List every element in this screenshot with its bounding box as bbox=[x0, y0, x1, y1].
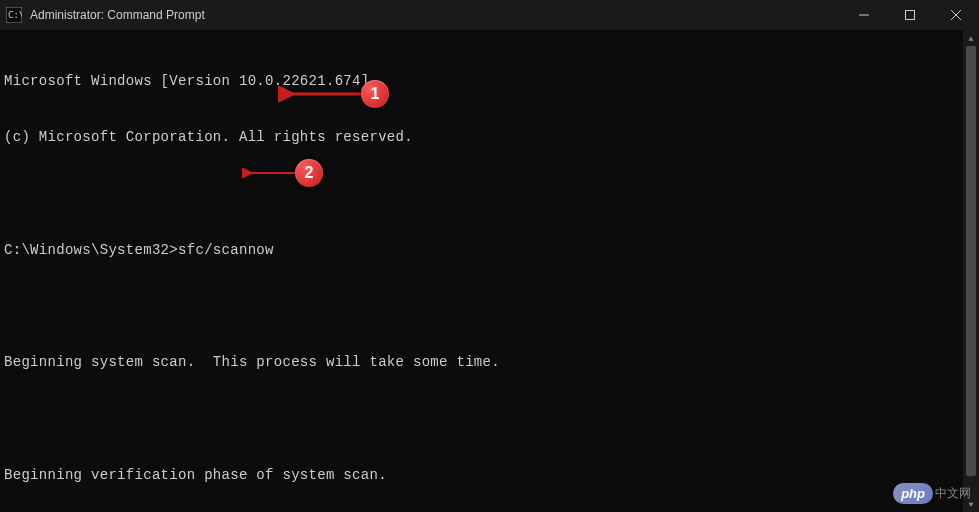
watermark-logo: php bbox=[893, 483, 933, 504]
output-line: (c) Microsoft Corporation. All rights re… bbox=[4, 128, 975, 147]
svg-rect-3 bbox=[906, 11, 915, 20]
arrow-icon bbox=[242, 165, 297, 181]
output-line bbox=[4, 185, 975, 203]
watermark-text: 中文网 bbox=[935, 485, 971, 502]
vertical-scrollbar[interactable]: ▲ ▼ bbox=[963, 30, 979, 512]
prompt: C:\Windows\System32> bbox=[4, 242, 178, 258]
annotation-arrow-1: 1 bbox=[278, 80, 389, 108]
window-title: Administrator: Command Prompt bbox=[30, 8, 205, 22]
terminal-output[interactable]: Microsoft Windows [Version 10.0.22621.67… bbox=[0, 30, 979, 512]
maximize-button[interactable] bbox=[887, 0, 933, 30]
output-line: Microsoft Windows [Version 10.0.22621.67… bbox=[4, 72, 975, 91]
titlebar: C:\ Administrator: Command Prompt bbox=[0, 0, 979, 30]
scrollbar-thumb[interactable] bbox=[966, 46, 976, 476]
close-button[interactable] bbox=[933, 0, 979, 30]
output-line: Beginning verification phase of system s… bbox=[4, 466, 975, 485]
minimize-button[interactable] bbox=[841, 0, 887, 30]
titlebar-left: C:\ Administrator: Command Prompt bbox=[6, 7, 205, 23]
output-line bbox=[4, 410, 975, 428]
output-line: Beginning system scan. This process will… bbox=[4, 353, 975, 372]
annotation-badge: 1 bbox=[361, 80, 389, 108]
svg-text:C:\: C:\ bbox=[8, 10, 22, 20]
output-line bbox=[4, 298, 975, 316]
watermark: php 中文网 bbox=[893, 483, 971, 504]
annotation-badge: 2 bbox=[295, 159, 323, 187]
scroll-up-icon[interactable]: ▲ bbox=[963, 30, 979, 46]
arrow-icon bbox=[278, 86, 363, 102]
annotation-arrow-2: 2 bbox=[242, 159, 323, 187]
entered-command: sfc/scannow bbox=[178, 242, 274, 258]
window-controls bbox=[841, 0, 979, 30]
prompt-line: C:\Windows\System32>sfc/scannow bbox=[4, 241, 975, 260]
cmd-icon: C:\ bbox=[6, 7, 22, 23]
